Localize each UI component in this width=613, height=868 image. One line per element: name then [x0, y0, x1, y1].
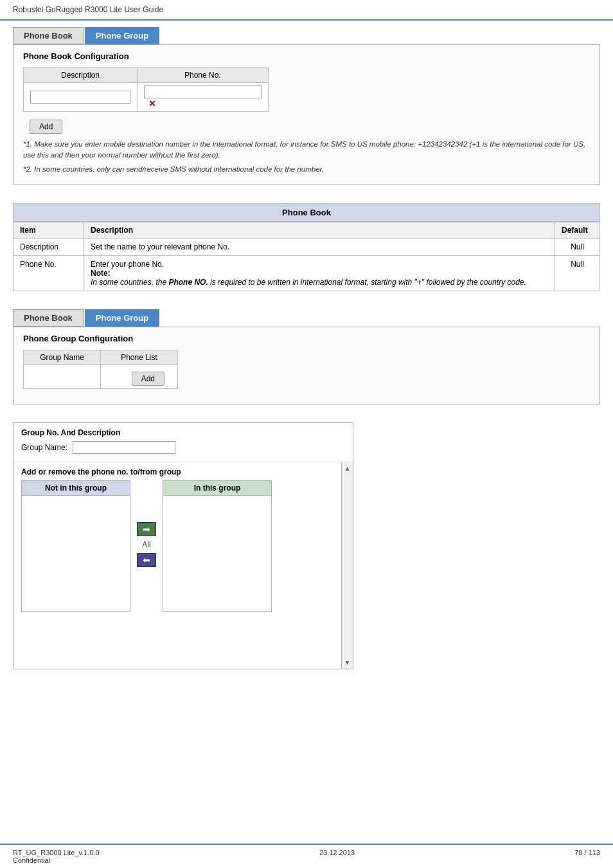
phone-cell: ✕	[138, 83, 269, 112]
phone-group-config-box: Phone Group Configuration Group Name Pho…	[13, 327, 600, 404]
move-left-button[interactable]: ⬅	[137, 553, 156, 567]
col-description: Description	[24, 68, 138, 83]
panel-area: Not in this group ➡ All ⬅	[21, 480, 333, 612]
phone-book-config-box: Phone Book Configuration Description Pho…	[13, 44, 600, 185]
col-group-name: Group Name	[24, 350, 101, 365]
info-col-default: Default	[555, 222, 600, 238]
group-name-input[interactable]	[73, 441, 175, 454]
info-col-item: Item	[13, 222, 84, 238]
arrow-controls: ➡ All ⬅	[130, 480, 163, 609]
group-name-label: Group Name:	[21, 443, 67, 452]
all-label: All	[142, 540, 150, 549]
section2-tab-bar: Phone Book Phone Group	[13, 309, 600, 327]
popup-add-remove-section: Add or remove the phone no. to/from grou…	[13, 462, 341, 669]
desc-cell: Set the name to your relevant phone No.	[84, 238, 555, 255]
footer-confidential: Confidential	[13, 856, 100, 864]
note-1: *1. Make sure you enter mobile destinati…	[23, 139, 590, 161]
page-footer: RT_UG_R3000 Lite_v.1.0.0 Confidential 23…	[0, 844, 613, 868]
item-cell: Phone No.	[13, 255, 84, 291]
tab-phone-group-2[interactable]: Phone Group	[85, 309, 159, 327]
footer-date: 23.12.2013	[319, 849, 355, 864]
table-row: Add	[24, 365, 178, 388]
info-col-description: Description	[84, 222, 555, 238]
panel-not-in-group-content[interactable]	[22, 496, 130, 611]
group-name-cell	[24, 365, 101, 388]
panel-in-group-header: In this group	[163, 481, 271, 496]
info-table-caption: Phone Book	[13, 203, 600, 222]
popup-group-description: Group No. And Description Group Name:	[13, 423, 353, 462]
add-row-button[interactable]: Add	[30, 120, 62, 134]
desc-cell: Enter your phone No. Note: In some count…	[84, 255, 555, 291]
phone-book-info-table: Phone Book Item Description Default Desc…	[13, 203, 600, 291]
panel-not-in-group: Not in this group	[21, 480, 130, 612]
phone-input[interactable]	[144, 86, 262, 98]
notes-section: *1. Make sure you enter mobile destinati…	[23, 139, 590, 175]
default-cell: Null	[555, 255, 600, 291]
panel-in-group-content[interactable]	[163, 496, 271, 611]
popup-scrollbar[interactable]: ▲ ▼	[341, 462, 353, 669]
doc-header: Robustel GoRugged R3000 Lite User Guide	[0, 0, 613, 21]
phone-book-config-table: Description Phone No. ✕	[23, 68, 269, 112]
footer-page: 78 / 113	[574, 849, 600, 864]
delete-row-button[interactable]: ✕	[146, 98, 159, 109]
move-right-button[interactable]: ➡	[137, 522, 156, 536]
description-input[interactable]	[30, 91, 130, 104]
phone-list-cell: Add	[101, 365, 178, 388]
section1-tab-bar: Phone Book Phone Group	[13, 27, 600, 44]
scroll-up-icon[interactable]: ▲	[344, 465, 351, 472]
col-phone-list: Phone List	[101, 350, 178, 365]
table-row: Description Set the name to your relevan…	[13, 238, 600, 255]
popup-bottom-space	[21, 612, 333, 664]
panel-in-group: In this group	[163, 480, 272, 612]
add-group-button[interactable]: Add	[132, 372, 164, 386]
scroll-down-icon[interactable]: ▼	[344, 659, 351, 666]
group-popup: Group No. And Description Group Name: Ad…	[13, 422, 353, 669]
popup-section1-title: Group No. And Description	[21, 428, 345, 437]
footer-left: RT_UG_R3000 Lite_v.1.0.0 Confidential	[13, 849, 100, 864]
popup-phone-section: Add or remove the phone no. to/from grou…	[13, 462, 353, 669]
config-box-title: Phone Book Configuration	[23, 51, 590, 61]
group-name-row: Group Name:	[21, 441, 345, 454]
group-config-title: Phone Group Configuration	[23, 334, 590, 343]
note-2: *2. In some countries, only can send/rec…	[23, 164, 590, 175]
item-cell: Description	[13, 238, 84, 255]
popup-phone-content: Add or remove the phone no. to/from grou…	[13, 462, 341, 669]
doc-title: Robustel GoRugged R3000 Lite User Guide	[13, 5, 163, 14]
panel-not-in-group-header: Not in this group	[22, 481, 130, 496]
tab-phone-book-2[interactable]: Phone Book	[13, 309, 84, 327]
description-cell	[24, 83, 138, 112]
table-row: Phone No. Enter your phone No. Note: In …	[13, 255, 600, 291]
tab-phone-book-1[interactable]: Phone Book	[13, 27, 84, 44]
default-cell: Null	[555, 238, 600, 255]
tab-phone-group-1[interactable]: Phone Group	[85, 27, 159, 44]
col-phone-no: Phone No.	[138, 68, 269, 83]
table-row: ✕	[24, 83, 269, 112]
footer-doc-version: RT_UG_R3000 Lite_v.1.0.0	[13, 849, 100, 856]
group-config-table: Group Name Phone List Add	[23, 350, 178, 389]
popup-section2-title: Add or remove the phone no. to/from grou…	[21, 467, 333, 476]
